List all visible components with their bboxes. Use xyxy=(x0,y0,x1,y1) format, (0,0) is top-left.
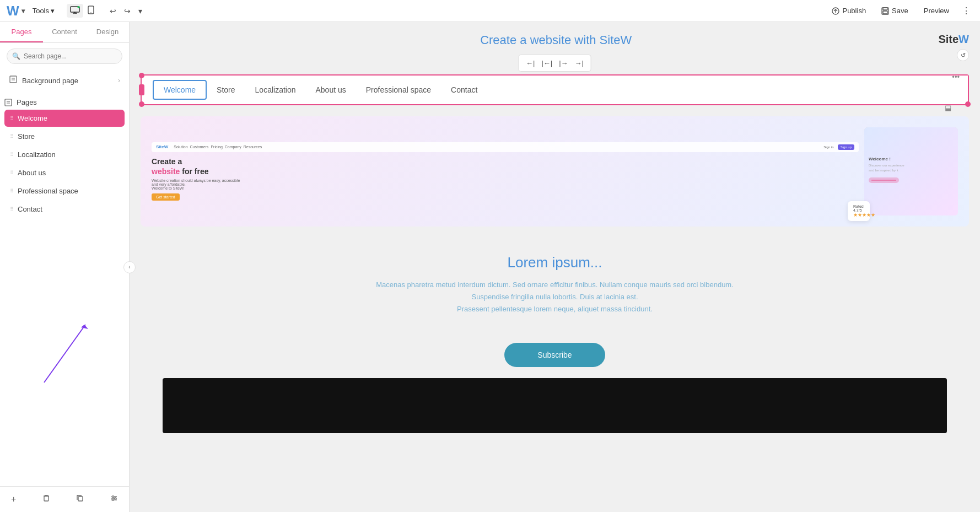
hero-inner: SiteW Solution Customers Pricing Company… xyxy=(141,122,969,221)
page-label-store: Store xyxy=(18,132,35,141)
page-label-about-us: About us xyxy=(18,169,46,177)
preview-button[interactable]: Preview xyxy=(918,4,955,18)
background-page-chevron: › xyxy=(118,77,120,84)
search-input[interactable] xyxy=(7,48,122,64)
hero-rating-box: Rated 4.7/5 ★★★★★ xyxy=(848,201,870,221)
page-settings-button[interactable] xyxy=(108,492,120,506)
drag-handle-store: ⠿ xyxy=(10,133,13,139)
tools-label: Tools xyxy=(33,7,49,15)
lorem-title: Lorem ipsum... xyxy=(174,254,936,271)
video-block[interactable] xyxy=(163,378,947,433)
tab-pages[interactable]: Pages xyxy=(0,22,43,42)
sitew-logo-w: W xyxy=(959,33,969,45)
page-label-localization: Localization xyxy=(18,150,56,159)
search-wrapper: 🔍 xyxy=(7,48,122,64)
sidebar: Pages Content Design 🔍 Background xyxy=(0,22,130,512)
pages-label: Pages xyxy=(17,98,37,106)
nav-align-center-button[interactable]: |←| xyxy=(539,57,555,69)
svg-rect-13 xyxy=(5,99,12,106)
sidebar-item-localization[interactable]: ⠿ Localization xyxy=(4,146,125,163)
svg-rect-8 xyxy=(883,8,887,10)
nav-editor-wrapper: ←| |←| |→ →| ••• Welcome Store xyxy=(141,72,969,105)
sidebar-item-about-us[interactable]: ⠿ About us xyxy=(4,164,125,181)
add-page-button[interactable]: + xyxy=(9,492,18,506)
sidebar-item-contact[interactable]: ⠿ Contact xyxy=(4,201,125,218)
svg-point-25 xyxy=(112,499,114,501)
hero-cta-button[interactable]: Get started xyxy=(152,193,180,201)
lorem-text: Macenas pharetra metud interdum dictum. … xyxy=(174,279,936,315)
svg-point-3 xyxy=(78,6,80,8)
hero-image[interactable]: SiteW Solution Customers Pricing Company… xyxy=(141,116,969,227)
nav-toolbar: ←| |←| |→ →| xyxy=(518,55,591,72)
sidebar-item-professional-space[interactable]: ⠿ Professional space xyxy=(4,182,125,200)
hero-sub-text: Website creation should always be easy, … xyxy=(152,179,859,190)
nav-bar: Welcome Store Localization About us Prof… xyxy=(142,76,968,104)
page-list: ⠿ Welcome ⠿ Store ⠿ Localization ⠿ About… xyxy=(0,110,129,218)
svg-marker-17 xyxy=(81,325,88,329)
subscribe-button[interactable]: Subscribe xyxy=(504,343,605,367)
hero-rating-text: Rated 4.7/5 xyxy=(853,204,864,212)
drag-handle-contact: ⠿ xyxy=(10,206,13,212)
tools-chevron: ▾ xyxy=(51,7,55,15)
background-page-item[interactable]: Background page › xyxy=(4,69,125,91)
publish-label: Publish xyxy=(842,7,866,15)
nav-item-contact[interactable]: Contact xyxy=(441,81,487,99)
publish-button[interactable]: Publish xyxy=(826,4,871,18)
background-page-icon xyxy=(9,75,18,86)
page-label-welcome: Welcome xyxy=(18,114,47,122)
delete-page-button[interactable] xyxy=(40,492,52,506)
sitew-logo: SiteW xyxy=(938,33,969,46)
canvas-title: Create a website with SiteW xyxy=(174,33,938,47)
nav-item-store[interactable]: Store xyxy=(207,81,245,99)
more-options-button[interactable]: ⋮ xyxy=(959,3,973,19)
svg-point-23 xyxy=(112,496,114,498)
page-label-professional-space: Professional space xyxy=(18,187,78,195)
save-button[interactable]: Save xyxy=(876,4,914,18)
sidebar-tabs: Pages Content Design xyxy=(0,22,129,43)
nav-align-left-button[interactable]: ←| xyxy=(523,57,537,69)
duplicate-page-button[interactable] xyxy=(74,492,86,506)
mobile-view-button[interactable] xyxy=(84,3,98,18)
nav-selected-block: ••• Welcome Store Localization About us xyxy=(141,74,969,105)
hero-logo-sm: SiteW xyxy=(156,144,168,149)
top-bar-right: Publish Save Preview ⋮ xyxy=(826,3,973,19)
nav-item-about-us[interactable]: About us xyxy=(306,81,356,99)
svg-rect-19 xyxy=(78,497,83,501)
desktop-view-button[interactable] xyxy=(67,4,83,18)
resize-handle-br xyxy=(965,101,971,107)
sidebar-item-welcome[interactable]: ⠿ Welcome xyxy=(4,110,125,127)
resize-handle-left[interactable] xyxy=(139,84,144,95)
redo-button[interactable]: ↪ xyxy=(121,4,134,18)
logo-icon: W xyxy=(7,3,19,19)
sidebar-bottom: + xyxy=(0,486,129,512)
nav-stretch-button[interactable]: →| xyxy=(572,57,586,69)
nav-item-professional-space[interactable]: Professional space xyxy=(356,81,441,99)
preview-label: Preview xyxy=(924,7,949,15)
history-dropdown-button[interactable]: ▾ xyxy=(135,4,146,18)
collapse-sidebar-button[interactable]: ‹ xyxy=(123,261,136,273)
save-label: Save xyxy=(892,7,908,15)
tab-content[interactable]: Content xyxy=(43,22,86,42)
device-switcher xyxy=(67,3,98,18)
nav-item-welcome[interactable]: Welcome xyxy=(153,80,207,100)
undo-button[interactable]: ↩ xyxy=(106,4,120,18)
sidebar-item-store[interactable]: ⠿ Store xyxy=(4,128,125,145)
search-icon: 🔍 xyxy=(12,52,20,60)
drag-handle-professional-space: ⠿ xyxy=(10,188,13,194)
tab-design[interactable]: Design xyxy=(86,22,129,42)
nav-item-localization[interactable]: Localization xyxy=(245,81,306,99)
resize-handle-bl xyxy=(139,101,144,107)
background-page-left: Background page xyxy=(9,75,78,86)
canvas-area: Create a website with SiteW SiteW ↺ ←| |… xyxy=(130,22,980,512)
logo-chevron: ▾ xyxy=(21,7,25,15)
tools-menu[interactable]: Tools ▾ xyxy=(29,4,58,17)
nav-more-options[interactable]: ••• xyxy=(952,73,960,81)
main-layout: Pages Content Design 🔍 Background xyxy=(0,22,980,512)
hero-screenshot-image: Welcome ! Discover our experienceand be … xyxy=(864,127,958,215)
svg-rect-10 xyxy=(10,76,17,83)
canvas-reset-button[interactable]: ↺ xyxy=(957,49,969,61)
logo-button[interactable]: W ▾ xyxy=(7,3,25,19)
search-box: 🔍 xyxy=(0,43,129,69)
lorem-block: Lorem ipsum... Macenas pharetra metud in… xyxy=(141,238,969,332)
nav-align-right-button[interactable]: |→ xyxy=(556,57,570,69)
